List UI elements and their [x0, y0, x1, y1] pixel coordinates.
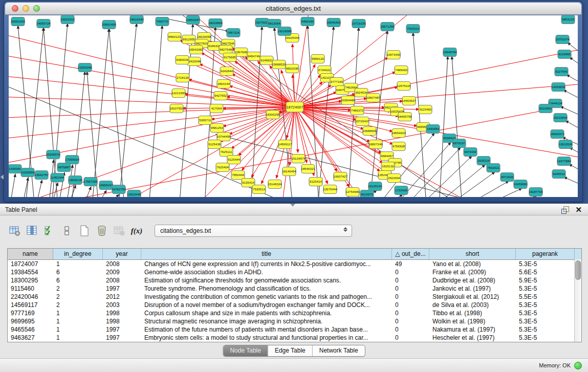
table-row[interactable]: 946362711997Embryonic stem cells: a mode… [8, 334, 581, 342]
teal-node-20691406[interactable] [102, 20, 116, 29]
yellow-node-9125444[interactable] [227, 156, 241, 164]
teal-node-12093832[interactable] [552, 83, 565, 92]
teal-node-9129966[interactable] [558, 50, 571, 59]
yellow-node-15134574[interactable] [292, 155, 305, 163]
teal-node-16616343[interactable] [130, 15, 143, 24]
splitter-collapse-icon[interactable] [290, 204, 295, 207]
teal-node-9975887[interactable] [57, 163, 71, 172]
yellow-node-9756928[interactable] [392, 142, 405, 151]
yellow-node-7486372[interactable] [351, 106, 364, 115]
yellow-node-8822038[interactable] [286, 64, 299, 73]
yellow-node-9242844[interactable] [220, 67, 233, 76]
table-row[interactable]: 1872400712008Changes of HCN gene express… [8, 260, 581, 268]
vertical-scrollbar[interactable] [574, 259, 581, 342]
column-header-name[interactable]: name [8, 249, 53, 259]
teal-node-20061043[interactable] [11, 17, 25, 26]
network-window-titlebar[interactable]: citations_edges.txt [5, 3, 581, 15]
yellow-node-10607427[interactable] [334, 172, 347, 181]
tab-edge-table[interactable]: Edge Table [268, 345, 313, 356]
yellow-node-22420046[interactable] [187, 57, 201, 66]
teal-node-19218586[interactable] [278, 27, 291, 36]
teal-node-20206576[interactable] [47, 150, 60, 159]
yellow-node-1615132[interactable] [381, 162, 395, 171]
teal-node-15751074[interactable] [556, 35, 569, 44]
yellow-node-9427552[interactable] [214, 92, 227, 100]
table-row[interactable]: 2242004622012Investigating the contribut… [8, 293, 581, 301]
minimize-window-icon[interactable] [23, 5, 29, 12]
teal-node-24055724[interactable] [37, 19, 50, 28]
column-header-short[interactable]: short [429, 249, 516, 259]
teal-node-16782759[interactable] [112, 185, 125, 194]
close-window-icon[interactable] [12, 5, 18, 12]
table-row[interactable]: 911546021997Tourette syndrome. Phenomeno… [8, 285, 581, 293]
yellow-node-14463627[interactable] [402, 97, 416, 105]
float-panel-icon[interactable] [561, 206, 569, 214]
network-view-canvas[interactable]: 8660123891295518226058982750381863281654… [9, 15, 578, 197]
yellow-node-18146454[interactable] [282, 167, 296, 176]
yellow-node-2718126[interactable] [176, 74, 189, 82]
yellow-node-18107553[interactable] [170, 104, 183, 113]
teal-node-16210643[interactable] [554, 114, 567, 122]
teal-node-7516313[interactable] [406, 25, 420, 33]
close-panel-icon[interactable]: ✕ [575, 205, 582, 214]
delete-table-button[interactable] [113, 223, 126, 238]
teal-node-1440954[interactable] [426, 125, 440, 134]
teal-node-16033809[interactable] [209, 19, 222, 28]
yellow-node-9777169[interactable] [330, 78, 343, 86]
create-column-button[interactable] [78, 223, 91, 238]
teal-node-8813054[interactable] [268, 19, 281, 28]
teal-node-6466160[interactable] [301, 17, 314, 26]
yellow-node-417004[interactable] [210, 104, 223, 113]
yellow-node-3624534[interactable] [355, 89, 368, 97]
select-columns-button[interactable] [43, 223, 56, 238]
yellow-node-12754980[interactable] [346, 188, 359, 196]
yellow-node-15148324[interactable] [268, 180, 281, 189]
teal-node-10022013[interactable] [61, 15, 74, 24]
yellow-node-9125438[interactable] [208, 140, 221, 149]
teal-node-10648784[interactable] [443, 48, 456, 57]
teal-node-1733426[interactable] [395, 186, 408, 195]
teal-node-8471626[interactable] [500, 173, 514, 182]
teal-node-9245012[interactable] [552, 170, 565, 179]
yellow-node-7625404[interactable] [216, 163, 229, 172]
yellow-node-8454749[interactable] [247, 52, 260, 61]
table-mode-button[interactable] [60, 223, 74, 238]
yellow-node-7485063[interactable] [395, 66, 408, 75]
table-row[interactable]: 946554611997Estimation of the future num… [8, 325, 581, 334]
yellow-node-18724007[interactable] [286, 102, 303, 112]
table-selector-dropdown[interactable]: citations_edges.txt [155, 225, 352, 237]
teal-node-16046363[interactable] [327, 18, 340, 27]
teal-node-7857224[interactable] [227, 29, 240, 37]
yellow-node-12975115[interactable] [397, 82, 410, 91]
zoom-window-icon[interactable] [33, 5, 40, 12]
delete-column-button[interactable] [95, 223, 108, 238]
teal-node-10653257[interactable] [186, 16, 200, 25]
teal-node-15276021[interactable] [255, 18, 269, 27]
column-header-title[interactable]: title [141, 249, 392, 259]
function-builder-button[interactable]: f(x) [130, 223, 143, 238]
yellow-node-9581253[interactable] [210, 124, 224, 133]
scrollbar-thumb[interactable] [575, 260, 581, 280]
teal-node-11451944[interactable] [51, 173, 64, 182]
citation-network-graph[interactable]: 8660123891295518226058982750381863281654… [9, 15, 578, 197]
yellow-node-14569117[interactable] [278, 140, 292, 149]
yellow-node-7650444[interactable] [231, 171, 245, 180]
yellow-node-9390034[interactable] [176, 56, 189, 64]
teal-node-9853215[interactable] [561, 15, 575, 24]
tab-node-table[interactable]: Node Table [223, 345, 268, 356]
yellow-node-8660123[interactable] [168, 33, 181, 41]
teal-node-8215953[interactable] [539, 104, 552, 113]
teal-node-9474444[interactable] [464, 148, 477, 157]
yellow-node-15688520[interactable] [272, 60, 286, 69]
yellow-node-9125414[interactable] [309, 178, 322, 186]
teal-node-10719155[interactable] [352, 19, 365, 28]
yellow-node-9175685[interactable] [223, 53, 236, 62]
column-header-in_degree[interactable]: in_degree [53, 249, 103, 259]
yellow-node-20364486[interactable] [341, 96, 355, 105]
yellow-node-10807487[interactable] [366, 94, 380, 102]
desktop-splitter-arrow-icon[interactable] [1, 174, 4, 180]
table-row[interactable]: 1938455462009Genome-wide association stu… [8, 268, 581, 276]
teal-node-9619979[interactable] [360, 190, 374, 198]
column-header-year[interactable]: year [103, 249, 141, 259]
yellow-node-18807249[interactable] [369, 140, 382, 149]
